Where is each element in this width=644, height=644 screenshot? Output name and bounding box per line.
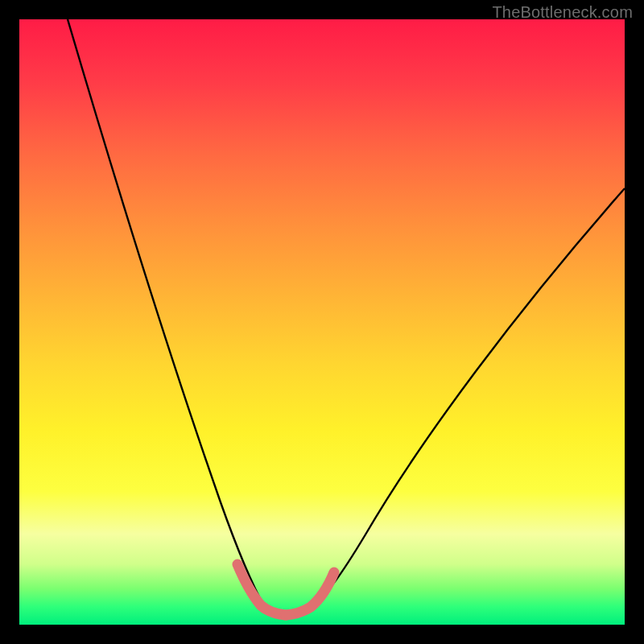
valley-marker-left <box>237 564 286 615</box>
valley-marker-right <box>286 572 334 615</box>
chart-frame: TheBottleneck.com <box>0 0 644 644</box>
left-curve <box>68 19 265 608</box>
right-curve <box>310 188 625 608</box>
curve-overlay <box>19 19 625 625</box>
watermark-label: TheBottleneck.com <box>492 3 633 22</box>
